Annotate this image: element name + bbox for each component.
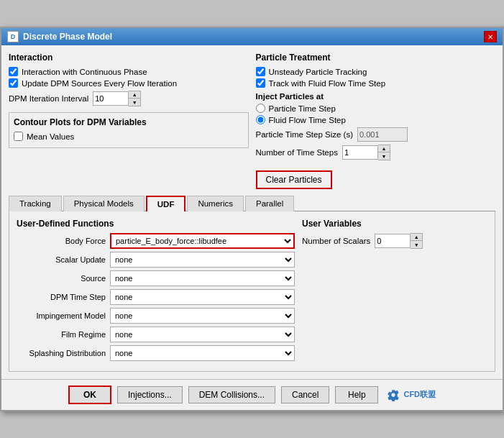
time-step-size-row: Particle Time Step Size (s) 0.001 (256, 127, 496, 142)
contour-section: Contour Plots for DPM Variables Mean Val… (9, 112, 249, 148)
num-scalars-down[interactable]: ▼ (411, 241, 422, 248)
tab-parallel[interactable]: Parallel (245, 196, 294, 211)
dpm-iteration-up[interactable]: ▲ (129, 91, 140, 99)
udf-label-dpm-time-step: DPM Time Step (17, 293, 110, 301)
dem-collisions-button[interactable]: DEM Collisions... (188, 386, 275, 403)
interaction-title: Interaction (9, 53, 249, 63)
ok-button[interactable]: OK (68, 385, 111, 404)
cb-unsteady-tracking-label: Unsteady Particle Tracking (269, 68, 367, 76)
udf-row-film-regime: Film Regime none (17, 327, 295, 342)
cb-track-fluid-flow-label: Track with Fluid Flow Time Step (269, 79, 386, 88)
dpm-iteration-row: DPM Iteration Interval 10 ▲ ▼ (9, 91, 249, 106)
dpm-iteration-spinner: 10 ▲ ▼ (93, 91, 141, 106)
cb-update-dpm-label: Update DPM Sources Every Flow Iteration (22, 79, 177, 88)
udf-row-scalar-update: Scalar Update none (17, 252, 295, 268)
udf-select-splashing[interactable]: none (110, 345, 295, 361)
time-step-size-input[interactable]: 0.001 (357, 127, 408, 142)
tab-inner: User-Defined Functions Body Force partic… (17, 219, 487, 364)
udf-label-impingement: Impingement Model (17, 311, 110, 320)
top-section: Interaction Interaction with Continuous … (9, 53, 495, 189)
injections-button[interactable]: Injections... (117, 386, 183, 403)
radio-fluid-flow-time-label: Fluid Flow Time Step (269, 116, 346, 124)
time-step-size-label: Particle Time Step Size (s) (256, 130, 353, 139)
udf-label-body-force: Body Force (17, 237, 110, 245)
udf-select-film-regime[interactable]: none (110, 327, 295, 342)
udf-label-splashing: Splashing Distribution (17, 349, 110, 357)
udf-row-impingement: Impingement Model none (17, 308, 295, 324)
udf-label-source: Source (17, 274, 110, 283)
num-steps-input[interactable]: 1 (342, 145, 378, 160)
cb-update-dpm[interactable] (9, 78, 18, 88)
cancel-button[interactable]: Cancel (281, 386, 329, 403)
num-scalars-up[interactable]: ▲ (411, 234, 422, 241)
num-scalars-input[interactable]: 0 (375, 234, 411, 248)
tab-tracking[interactable]: Tracking (9, 196, 62, 211)
udf-row-dpm-time-step: DPM Time Step none (17, 289, 295, 305)
inject-section: Inject Particles at Particle Time Step F… (256, 92, 496, 124)
udf-select-source[interactable]: none (110, 270, 295, 286)
cb-interaction-continuous[interactable] (9, 67, 18, 76)
inject-label: Inject Particles at (256, 92, 496, 101)
udf-select-dpm-time-step[interactable]: none (110, 289, 295, 305)
dpm-iteration-input[interactable]: 10 (93, 91, 129, 106)
dpm-iteration-label: DPM Iteration Interval (9, 94, 88, 103)
title-bar: D Discrete Phase Model ✕ (1, 28, 503, 45)
cb-track-fluid-flow[interactable] (256, 78, 265, 88)
radio-particle-time-row: Particle Time Step (256, 104, 496, 113)
pt-cb2-row: Track with Fluid Flow Time Step (256, 78, 496, 88)
radio-fluid-flow-time[interactable] (256, 115, 265, 124)
udf-label-scalar-update: Scalar Update (17, 255, 110, 264)
clear-particles-wrapper: Clear Particles (256, 166, 496, 189)
num-steps-arrows: ▲ ▼ (378, 145, 390, 160)
tab-content-udf: User-Defined Functions Body Force partic… (9, 211, 495, 372)
mean-values-row: Mean Values (14, 132, 244, 141)
interaction-cb2-row: Update DPM Sources Every Flow Iteration (9, 78, 249, 88)
contour-title: Contour Plots for DPM Variables (14, 117, 244, 127)
particle-treatment-panel: Particle Treatment Unsteady Particle Tra… (256, 53, 496, 189)
pt-cb1-row: Unsteady Particle Tracking (256, 67, 496, 76)
user-variables-section: User Variables Number of Scalars 0 ▲ ▼ (302, 219, 487, 364)
interaction-cb1-row: Interaction with Continuous Phase (9, 67, 249, 76)
window-title: Discrete Phase Model (23, 32, 112, 42)
particle-treatment-title: Particle Treatment (256, 53, 496, 63)
udf-row-splashing: Splashing Distribution none (17, 345, 295, 361)
radio-particle-time[interactable] (256, 104, 265, 113)
tab-udf[interactable]: UDF (146, 196, 186, 211)
cb-mean-values-label: Mean Values (27, 132, 74, 141)
num-steps-row: Number of Time Steps 1 ▲ ▼ (256, 145, 496, 160)
tab-physical-models[interactable]: Physical Models (63, 196, 145, 211)
num-steps-label: Number of Time Steps (256, 148, 338, 157)
user-variables-title: User Variables (302, 219, 487, 229)
num-scalars-spinner: 0 ▲ ▼ (375, 233, 423, 249)
udf-title: User-Defined Functions (17, 219, 295, 229)
radio-fluid-flow-row: Fluid Flow Time Step (256, 115, 496, 124)
udf-select-impingement[interactable]: none (110, 308, 295, 324)
dpm-iteration-arrows: ▲ ▼ (129, 91, 141, 106)
num-scalars-label: Number of Scalars (302, 237, 370, 245)
udf-select-scalar-update[interactable]: none (110, 252, 295, 268)
num-scalars-arrows: ▲ ▼ (411, 233, 423, 249)
num-steps-up[interactable]: ▲ (378, 145, 390, 152)
bottom-bar: OK Injections... DEM Collisions... Cance… (1, 379, 503, 410)
cfd-logo: CFD联盟 (387, 388, 436, 401)
cfd-logo-text: CFD联盟 (403, 390, 436, 398)
cb-interaction-continuous-label: Interaction with Continuous Phase (22, 68, 147, 76)
num-steps-spinner: 1 ▲ ▼ (342, 145, 390, 160)
udf-select-body-force[interactable]: particle_E_body_force::libudfee none (110, 233, 295, 249)
tabs-row: Tracking Physical Models UDF Numerics Pa… (9, 195, 495, 211)
udf-row-source: Source none (17, 270, 295, 286)
interaction-panel: Interaction Interaction with Continuous … (9, 53, 249, 189)
num-steps-down[interactable]: ▼ (378, 152, 390, 160)
main-window: D Discrete Phase Model ✕ Interaction Int… (0, 27, 504, 411)
cb-unsteady-tracking[interactable] (256, 67, 265, 76)
dpm-iteration-down[interactable]: ▼ (129, 99, 140, 106)
udf-row-body-force: Body Force particle_E_body_force::libudf… (17, 233, 295, 249)
radio-particle-time-label: Particle Time Step (269, 104, 336, 113)
tab-numerics[interactable]: Numerics (187, 196, 244, 211)
num-scalars-row: Number of Scalars 0 ▲ ▼ (302, 233, 487, 249)
cb-mean-values[interactable] (14, 132, 23, 141)
help-button[interactable]: Help (335, 386, 378, 403)
clear-particles-button[interactable]: Clear Particles (256, 170, 332, 189)
close-button[interactable]: ✕ (484, 31, 497, 42)
window-icon: D (7, 31, 19, 42)
